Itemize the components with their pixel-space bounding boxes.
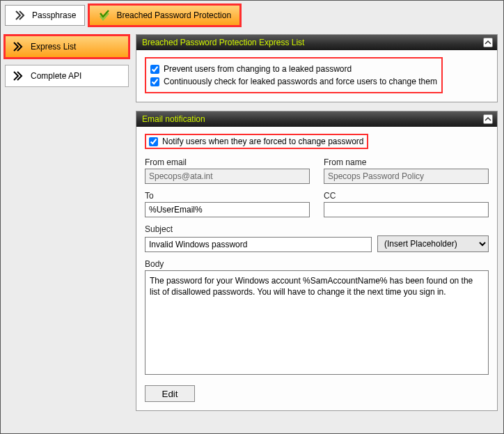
tab-breached-label: Breached Password Protection [116, 10, 231, 20]
to-field[interactable] [145, 202, 310, 217]
from-name-field[interactable] [324, 169, 489, 184]
subject-field[interactable] [145, 237, 372, 252]
main-content: Breached Password Protection Express Lis… [133, 30, 503, 433]
checkbox-notify-users[interactable] [149, 137, 158, 146]
label-body: Body [145, 259, 489, 269]
body-textarea[interactable] [145, 270, 489, 375]
panel-express-list: Breached Password Protection Express Lis… [136, 34, 498, 102]
panel-email-notification: Email notification Notify users when the… [136, 111, 498, 411]
sidebar-item-complete-api[interactable]: Complete API [5, 65, 129, 87]
sidebar: Express List Complete API [1, 30, 133, 433]
panel-title: Email notification [142, 114, 205, 124]
label-from-name: From name [324, 157, 489, 167]
checkbox-continuous-check[interactable] [150, 77, 159, 86]
insert-placeholder-select[interactable]: (Insert Placeholder) [377, 235, 489, 252]
top-tab-bar: Passphrase Breached Password Protection [1, 1, 503, 30]
tab-passphrase[interactable]: Passphrase [5, 5, 85, 26]
tab-passphrase-label: Passphrase [32, 10, 76, 20]
panel-header-email[interactable]: Email notification [136, 111, 497, 127]
sidebar-item-express-list[interactable]: Express List [5, 36, 129, 58]
collapse-icon[interactable] [483, 114, 493, 124]
edit-button-label: Edit [162, 389, 178, 399]
checkbox-prevent-leaked[interactable] [150, 65, 159, 74]
chevron-double-icon [13, 70, 24, 82]
panel-title: Breached Password Protection Express Lis… [142, 38, 304, 47]
label-to: To [145, 191, 310, 201]
cc-field[interactable] [324, 202, 489, 217]
checkbox-group-highlight: Prevent users from changing to a leaked … [145, 57, 443, 93]
app-window: Passphrase Breached Password Protection … [0, 0, 504, 434]
tab-breached-password-protection[interactable]: Breached Password Protection [89, 5, 240, 26]
label-subject: Subject [145, 224, 489, 234]
shield-check-icon [98, 9, 111, 22]
sidebar-complete-label: Complete API [31, 71, 81, 81]
chevron-double-icon [13, 41, 24, 52]
chevron-double-icon [14, 9, 26, 22]
panel-header-express[interactable]: Breached Password Protection Express Lis… [136, 35, 497, 50]
collapse-icon[interactable] [483, 38, 493, 47]
label-from-email: From email [145, 157, 310, 167]
checkbox-label: Notify users when they are forced to cha… [162, 137, 364, 146]
sidebar-express-label: Express List [31, 42, 76, 52]
label-cc: CC [324, 191, 489, 201]
edit-button[interactable]: Edit [145, 385, 195, 402]
from-email-field[interactable] [145, 169, 310, 184]
checkbox-label: Continuously check for leaked passwords … [164, 77, 437, 86]
checkbox-label: Prevent users from changing to a leaked … [164, 64, 352, 74]
